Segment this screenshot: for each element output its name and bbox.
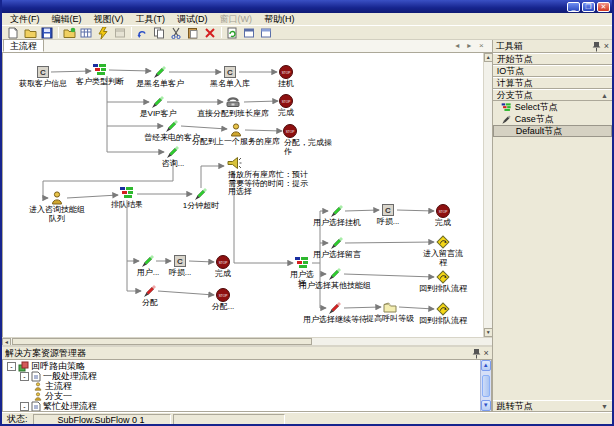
flow-node-stop[interactable]: STOP <box>215 287 231 303</box>
flow-node-pencil[interactable] <box>165 144 181 160</box>
flow-canvas[interactable]: C获取客户信息客户类型判断是黑名单客户C黑名单入库STOP挂机是VIP客户直接分… <box>2 53 492 337</box>
tree-expander-icon[interactable]: - <box>20 402 29 411</box>
canvas-horizontal-scrollbar[interactable]: ◄ <box>2 337 492 345</box>
scrollbar-thumb[interactable] <box>482 375 490 397</box>
run-icon[interactable] <box>95 26 111 39</box>
flow-node-person[interactable] <box>49 190 65 206</box>
flow-node-label: 用户选择留言 <box>308 251 366 260</box>
toolbox-category-label: 跳转节点 <box>497 400 533 413</box>
panel-close-icon[interactable]: × <box>484 349 489 358</box>
toolbox-item-case-[interactable]: Case节点 <box>493 113 612 125</box>
toolbox-item-default-[interactable]: Default节点 <box>493 125 612 137</box>
title-bar[interactable]: _ ❐ ✕ <box>2 0 612 13</box>
svg-text:STOP: STOP <box>282 71 291 75</box>
flow-node-cbox[interactable]: C <box>172 253 188 269</box>
flow-node-stop[interactable]: STOP <box>278 93 294 109</box>
flow-node-pencil[interactable] <box>329 235 345 251</box>
paste-icon[interactable] <box>185 26 201 39</box>
toolbox-category-jump[interactable]: 跳转节点▼ <box>493 400 612 412</box>
maximize-button[interactable]: ❐ <box>582 2 595 12</box>
flow-node-jump[interactable] <box>435 234 451 250</box>
flow-node-stop[interactable]: STOP <box>282 123 298 139</box>
flow-node-pencil[interactable] <box>152 64 168 80</box>
undo-icon[interactable] <box>134 26 150 39</box>
flow-node-pencil[interactable] <box>329 203 345 219</box>
scroll-down-icon[interactable]: ▼ <box>484 328 492 337</box>
tree-item[interactable]: -一般处理流程 <box>3 371 480 381</box>
menu-item[interactable]: 调试(D) <box>171 13 214 25</box>
flow-node-pencil[interactable] <box>140 253 156 269</box>
toolbox-category[interactable]: IO节点 <box>493 65 612 77</box>
window-2-icon[interactable] <box>258 26 274 39</box>
flow-node-label: 咨询... <box>153 160 193 169</box>
menu-item[interactable]: 编辑(E) <box>46 13 88 25</box>
pin-icon[interactable] <box>472 348 481 359</box>
tree-expander-icon[interactable]: - <box>7 362 16 371</box>
pin-icon[interactable] <box>592 41 601 52</box>
toolbox-category[interactable]: 计算节点 <box>493 77 612 89</box>
minimize-button[interactable]: _ <box>567 2 580 12</box>
flow-node-cbox[interactable]: C <box>222 64 238 80</box>
flow-node-agent[interactable] <box>225 94 241 110</box>
tab-scroll-left-icon[interactable]: ◂ <box>453 41 462 51</box>
scroll-up-icon[interactable]: ▲ <box>481 360 491 371</box>
scroll-up-icon[interactable]: ▲ <box>484 53 492 62</box>
flow-node-stop[interactable]: STOP <box>215 254 231 270</box>
window-disabled-icon[interactable] <box>112 26 128 39</box>
copy-icon[interactable] <box>151 26 167 39</box>
tree-vertical-scrollbar[interactable]: ▲ ▼ <box>480 360 491 411</box>
open-icon[interactable] <box>22 26 38 39</box>
add-flow-icon[interactable] <box>61 26 77 39</box>
flow-node-select[interactable] <box>92 62 108 78</box>
flow-node-label: 用户... <box>130 269 166 278</box>
refresh-icon[interactable] <box>224 26 240 39</box>
flow-node-cbox[interactable]: C <box>380 202 396 218</box>
menu-item[interactable]: 文件(F) <box>4 13 46 25</box>
status-cell-empty <box>173 414 285 425</box>
flow-node-jump[interactable] <box>435 269 451 285</box>
flow-node-folder[interactable] <box>382 299 398 315</box>
toolbox-body: 开始节点IO节点计算节点分支节点▲Select节点Case节点Default节点… <box>493 53 612 412</box>
scroll-down-icon[interactable]: ▼ <box>601 403 608 410</box>
tab-main-flow[interactable]: 主流程 <box>3 39 44 52</box>
tree-item[interactable]: 主流程 <box>3 381 480 391</box>
menu-item[interactable]: 帮助(H) <box>258 13 301 25</box>
flow-node-label: 用户选择其他技能组 <box>295 282 375 291</box>
new-icon[interactable] <box>5 26 21 39</box>
cut-icon[interactable] <box>168 26 184 39</box>
scroll-down-icon[interactable]: ▼ <box>481 400 491 411</box>
flow-node-pencil-red[interactable] <box>327 300 343 316</box>
panel-close-icon[interactable]: × <box>604 42 609 51</box>
flow-node-speaker[interactable] <box>226 155 242 171</box>
close-button[interactable]: ✕ <box>597 2 610 12</box>
flow-node-stop[interactable]: STOP <box>278 64 294 80</box>
menu-item[interactable]: 工具(T) <box>130 13 172 25</box>
flow-node-jump[interactable] <box>435 301 451 317</box>
toolbox-title: 工具箱 <box>496 40 592 53</box>
grid-icon[interactable] <box>78 26 94 39</box>
flow-node-select[interactable] <box>119 185 135 201</box>
toolbox-category[interactable]: 开始节点 <box>493 53 612 65</box>
flow-node-person[interactable] <box>228 122 244 138</box>
flow-node-pencil[interactable] <box>327 266 343 282</box>
tree-expander-icon[interactable]: - <box>20 372 29 381</box>
flow-node-cbox[interactable]: C <box>35 64 51 80</box>
menu-item[interactable]: 视图(V) <box>88 13 130 25</box>
scrollbar-thumb[interactable] <box>12 338 312 345</box>
flow-node-pencil-red[interactable] <box>142 283 158 299</box>
tab-scroll-right-icon[interactable]: ▸ <box>465 41 474 51</box>
canvas-vertical-scrollbar[interactable]: ▲ ▼ <box>483 53 492 337</box>
flow-node-pencil[interactable] <box>164 118 180 134</box>
tree-item[interactable]: -繁忙处理流程 <box>3 401 480 411</box>
flow-node-stop[interactable]: STOP <box>435 203 451 219</box>
delete-icon[interactable] <box>202 26 218 39</box>
window-1-icon[interactable] <box>241 26 257 39</box>
save-icon[interactable] <box>39 26 55 39</box>
flow-node-label: 用户选择挂机 <box>308 219 366 228</box>
toolbox-category[interactable]: 分支节点▲ <box>493 89 612 101</box>
tab-close-icon[interactable]: × <box>477 41 486 51</box>
toolbox-item-select-[interactable]: Select节点 <box>493 101 612 113</box>
scroll-up-icon[interactable]: ▲ <box>601 92 608 99</box>
flow-node-pencil[interactable] <box>150 94 166 110</box>
flow-node-pencil[interactable] <box>193 186 209 202</box>
